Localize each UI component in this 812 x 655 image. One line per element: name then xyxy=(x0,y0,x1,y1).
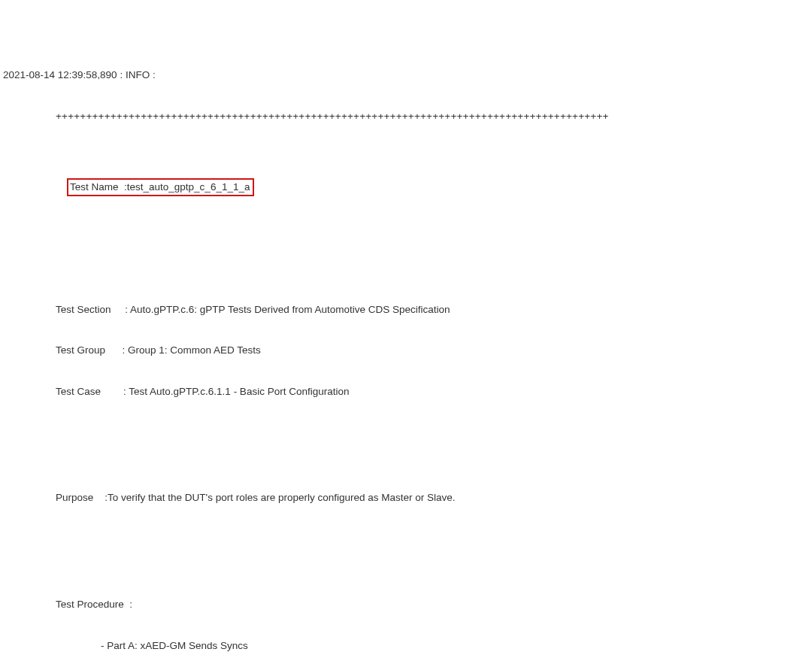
tp-step: - Part A: xAED-GM Sends Syncs xyxy=(3,639,809,653)
test-procedure-title: Test Procedure : xyxy=(3,598,809,611)
log-header: 2021-08-14 12:39:58,890 : INFO : xyxy=(3,68,809,82)
test-name-highlight: Test Name :test_auto_gptp_c_6_1_1_a xyxy=(67,178,254,196)
test-case: Test Case : Test Auto.gPTP.c.6.1.1 - Bas… xyxy=(3,385,809,399)
test-name-row: Test Name :test_auto_gptp_c_6_1_1_a xyxy=(3,165,809,211)
test-group: Test Group : Group 1: Common AED Tests xyxy=(3,344,809,357)
separator-top: ++++++++++++++++++++++++++++++++++++++++… xyxy=(3,110,809,123)
log-page: { "header_ts": "2021-08-14 12:39:58,890 … xyxy=(0,0,812,655)
test-purpose: Purpose :To verify that the DUT's port r… xyxy=(3,491,809,505)
test-section: Test Section : Auto.gPTP.c.6: gPTP Tests… xyxy=(3,303,809,317)
